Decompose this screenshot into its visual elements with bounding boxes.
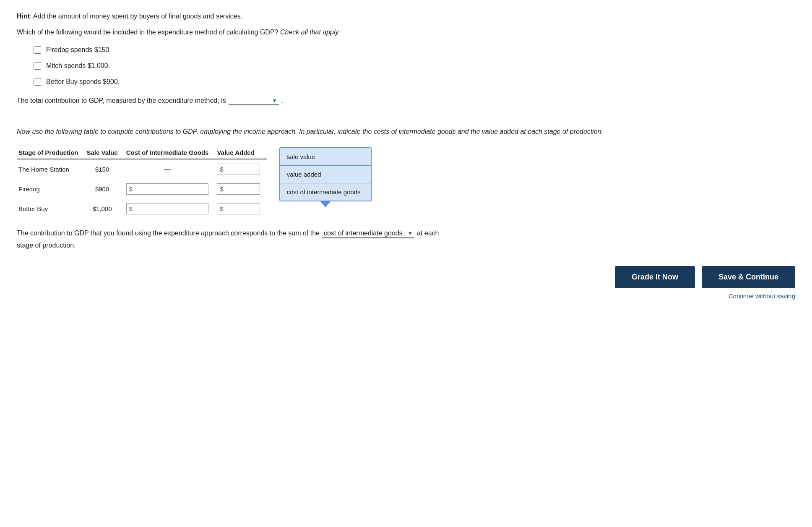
sale-value-firedog: $900 [85, 179, 125, 199]
tooltip-container: sale value value added cost of intermedi… [279, 147, 372, 207]
stage-home-station: The Home Station [17, 159, 85, 179]
value-added-home: $ [215, 159, 266, 179]
table-row: Firedog $900 $ $ [17, 179, 267, 199]
cost-intermediate-firedog-input[interactable] [133, 185, 166, 193]
buttons-row: Grade It Now Save & Continue [17, 266, 795, 288]
checkbox-item-betterbuy[interactable]: Better Buy spends $900. [34, 78, 795, 86]
contribution-line: The contribution to GDP that you found u… [17, 229, 795, 238]
checkbox-firedog-label: Firedog spends $150. [46, 46, 111, 54]
contribution-dropdown[interactable]: sale value value added cost of intermedi… [322, 229, 414, 238]
dropdown-before-text: The total contribution to GDP, measured … [17, 97, 226, 104]
value-added-betterbuy-wrapper[interactable]: $ [217, 203, 260, 214]
checkbox-mitch[interactable] [34, 62, 41, 70]
checkbox-mitch-label: Mitch spends $1,000. [46, 62, 110, 70]
value-added-firedog-input[interactable] [224, 185, 257, 193]
production-table: Stage of Production Sale Value Cost of I… [17, 147, 267, 219]
sale-value-home: $150 [85, 159, 125, 179]
hint-label: Hint [17, 13, 30, 20]
tooltip-item-sale-value[interactable]: sale value [280, 148, 371, 166]
col-header-stage: Stage of Production [17, 147, 85, 159]
col-header-sale: Sale Value [85, 147, 125, 159]
stage-firedog: Firedog [17, 179, 85, 199]
dollar-sign-home-va: $ [220, 166, 223, 173]
dollar-sign-firedog-ci: $ [129, 185, 133, 193]
value-added-betterbuy: $ [215, 199, 266, 219]
question1-text: Which of the following would be included… [17, 29, 795, 36]
cost-intermediate-firedog-wrapper[interactable]: $ [126, 183, 209, 195]
cost-intermediate-betterbuy: $ [125, 199, 216, 219]
grade-button[interactable]: Grade It Now [615, 266, 695, 288]
checkbox-item-firedog[interactable]: Firedog spends $150. [34, 46, 795, 54]
sale-value-betterbuy: $1,000 [85, 199, 125, 219]
dollar-sign-betterbuy-ci: $ [129, 205, 133, 212]
value-added-home-input-wrapper[interactable]: $ [217, 164, 260, 175]
col-header-cost: Cost of Intermediate Goods [125, 147, 216, 159]
income-approach-intro: Now use the following table to compute c… [17, 126, 795, 137]
dropdown-after-text: . [281, 97, 283, 104]
table-row: Better Buy $1,000 $ $ [17, 199, 267, 219]
save-continue-button[interactable]: Save & Continue [702, 266, 795, 288]
checkbox-betterbuy[interactable] [34, 78, 41, 86]
expenditure-dropdown[interactable]: $150 $900 $1,000 $1,150 [229, 96, 279, 105]
cost-intermediate-home: — [125, 159, 216, 179]
value-added-betterbuy-input[interactable] [224, 205, 257, 212]
checkbox-firedog[interactable] [34, 46, 41, 54]
checkbox-betterbuy-label: Better Buy spends $900. [46, 78, 120, 86]
col-header-value: Value Added [215, 147, 266, 159]
tooltip-box: sale value value added cost of intermedi… [279, 147, 372, 201]
tooltip-arrow [320, 201, 331, 207]
cost-intermediate-betterbuy-wrapper[interactable]: $ [126, 203, 209, 214]
expenditure-dropdown-wrapper[interactable]: $150 $900 $1,000 $1,150 [229, 96, 279, 105]
tooltip-item-value-added[interactable]: value added [280, 166, 371, 183]
contribution-before-text: The contribution to GDP that you found u… [17, 230, 320, 237]
table-row: The Home Station $150 — $ [17, 159, 267, 179]
hint-text: Hint: Add the amount of money spent by b… [17, 13, 795, 20]
value-added-firedog: $ [215, 179, 266, 199]
checkbox-item-mitch[interactable]: Mitch spends $1,000. [34, 62, 795, 70]
table-section: Stage of Production Sale Value Cost of I… [17, 147, 795, 219]
cost-intermediate-firedog: $ [125, 179, 216, 199]
value-added-firedog-wrapper[interactable]: $ [217, 183, 260, 195]
tooltip-item-cost-intermediate[interactable]: cost of intermediate goods [280, 183, 371, 201]
cost-intermediate-betterbuy-input[interactable] [133, 205, 166, 212]
stage-betterbuy: Better Buy [17, 199, 85, 219]
contribution-dropdown-wrapper[interactable]: sale value value added cost of intermedi… [322, 229, 414, 238]
continue-without-saving-link[interactable]: Continue without saving [17, 292, 795, 300]
dollar-sign-betterbuy-va: $ [220, 205, 223, 212]
dollar-sign-firedog-va: $ [220, 185, 223, 193]
checkbox-group: Firedog spends $150. Mitch spends $1,000… [34, 46, 795, 86]
value-added-home-input[interactable] [224, 166, 257, 173]
stage-line: stage of production. [17, 242, 795, 249]
expenditure-method-line: The total contribution to GDP, measured … [17, 96, 795, 105]
contribution-after-text: at each [417, 230, 439, 237]
